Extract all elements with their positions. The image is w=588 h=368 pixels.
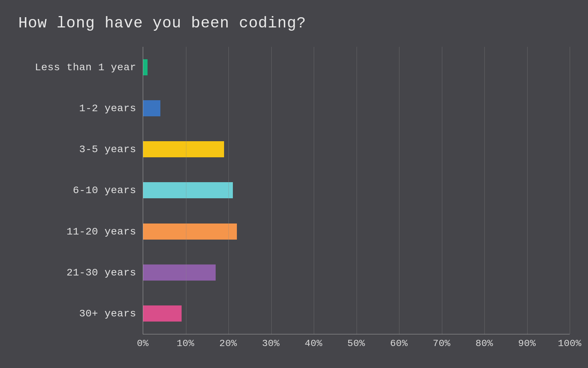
bar	[143, 100, 160, 116]
bar	[143, 305, 182, 322]
chart-title: How long have you been coding?	[18, 15, 570, 32]
gridline	[314, 47, 314, 334]
x-axis-tick-label: 0%	[137, 338, 149, 349]
gridline	[186, 47, 186, 334]
x-axis-tick-label: 70%	[433, 338, 450, 349]
bar	[143, 141, 224, 157]
plot-area: Less than 1 year1-2 years3-5 years6-10 y…	[18, 47, 570, 334]
gridline	[228, 47, 229, 334]
x-axis-ticks: 0%10%20%30%40%50%60%70%80%90%100%	[143, 338, 570, 350]
gridline	[570, 47, 570, 334]
y-axis-label: Less than 1 year	[35, 62, 136, 73]
y-axis-label: 3-5 years	[79, 144, 136, 155]
bar	[143, 59, 148, 75]
gridline	[527, 47, 528, 334]
bar	[143, 264, 216, 281]
gridline	[271, 47, 272, 334]
x-axis-tick-label: 30%	[262, 338, 280, 349]
x-axis-tick-label: 40%	[305, 338, 322, 349]
gridline	[484, 47, 485, 334]
y-axis-label: 11-20 years	[67, 226, 136, 237]
bars-area	[143, 47, 570, 334]
x-axis-tick-label: 60%	[390, 338, 407, 349]
bar	[143, 224, 237, 240]
x-axis-tick-label: 100%	[558, 338, 581, 349]
chart-wrap: Less than 1 year1-2 years3-5 years6-10 y…	[18, 47, 570, 350]
y-axis-label: 21-30 years	[67, 267, 136, 278]
x-axis-tick-label: 50%	[347, 338, 365, 349]
x-axis-tick-label: 80%	[476, 338, 493, 349]
chart-container: How long have you been coding? Less than…	[0, 0, 588, 368]
y-axis-label: 1-2 years	[79, 103, 136, 114]
x-axis-tick-label: 90%	[518, 338, 536, 349]
gridline	[442, 47, 442, 334]
y-axis-label: 6-10 years	[73, 185, 136, 196]
y-axis-label: 30+ years	[79, 308, 136, 319]
gridline	[357, 47, 357, 334]
x-axis-tick-label: 20%	[219, 338, 237, 349]
x-axis-tick-label: 10%	[176, 338, 194, 349]
x-axis: 0%10%20%30%40%50%60%70%80%90%100%	[18, 338, 570, 350]
gridline	[399, 47, 399, 334]
y-axis-labels: Less than 1 year1-2 years3-5 years6-10 y…	[18, 47, 143, 334]
bar	[143, 182, 233, 198]
